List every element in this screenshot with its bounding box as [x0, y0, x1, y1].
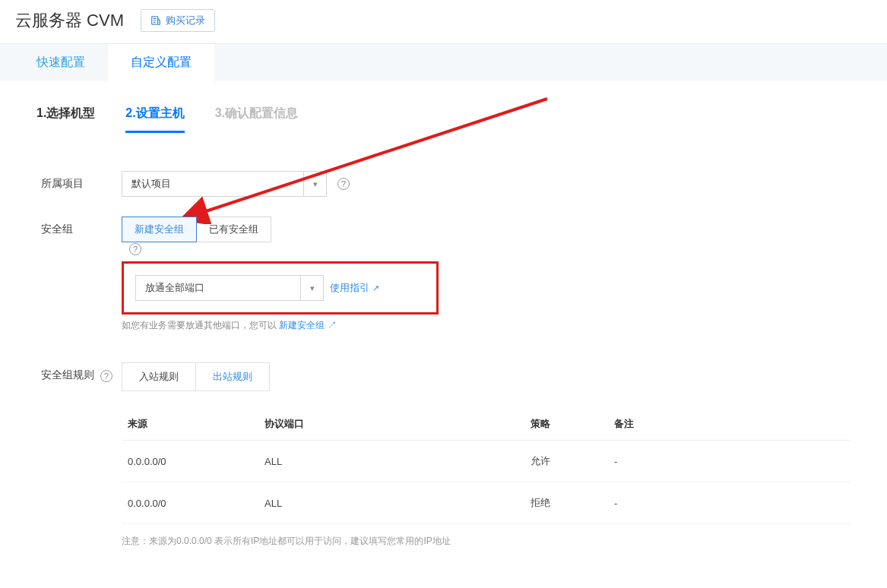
tab-custom-config[interactable]: 自定义配置 [108, 44, 214, 81]
usage-guide-link-label: 使用指引 [330, 282, 369, 293]
step-2[interactable]: 2.设置主机 [125, 106, 184, 133]
main-tabs: 快速配置 自定义配置 [0, 44, 887, 81]
rules-note: 注意：来源为0.0.0.0/0 表示所有IP地址都可以用于访问，建议填写您常用的… [122, 535, 851, 548]
page-title: 云服务器 CVM [15, 9, 124, 32]
label-security-rules: 安全组规则 ? [41, 362, 122, 382]
label-security-group: 安全组 [41, 217, 122, 236]
chevron-down-icon: ▾ [300, 276, 323, 300]
port-rule-select-value: 放通全部端口 [136, 281, 300, 295]
usage-guide-link[interactable]: 使用指引 ↗ [330, 281, 379, 295]
col-protocol: 协议端口 [258, 408, 524, 441]
btn-existing-security-group[interactable]: 已有安全组 [196, 217, 271, 242]
port-rule-select[interactable]: 放通全部端口 ▾ [135, 275, 324, 301]
tab-inbound-rules[interactable]: 入站规则 [122, 363, 196, 390]
label-project: 所属项目 [41, 171, 122, 191]
rules-table: 来源 协议端口 策略 备注 0.0.0.0/0 ALL 允许 - [122, 408, 851, 524]
help-icon[interactable]: ? [337, 178, 350, 190]
project-select-value: 默认项目 [122, 177, 303, 191]
step-3: 3.确认配置信息 [215, 106, 298, 133]
btn-new-security-group[interactable]: 新建安全组 [122, 217, 197, 242]
tab-outbound-rules[interactable]: 出站规则 [196, 363, 269, 390]
rule-tabs: 入站规则 出站规则 [122, 362, 270, 391]
purchase-history-button[interactable]: 购买记录 [141, 9, 215, 32]
project-select[interactable]: 默认项目 ▾ [122, 171, 327, 197]
chevron-down-icon: ▾ [303, 172, 326, 196]
security-group-hint: 如您有业务需要放通其他端口，您可以 新建安全组 ↗ [122, 319, 851, 332]
help-icon[interactable]: ? [100, 370, 112, 382]
external-link-icon: ↗ [372, 283, 379, 292]
purchase-history-label: 购买记录 [166, 14, 205, 27]
table-row: 0.0.0.0/0 ALL 允许 - [122, 441, 851, 482]
highlight-box: 放通全部端口 ▾ 使用指引 ↗ [122, 261, 439, 315]
tab-quick-config[interactable]: 快速配置 [14, 44, 108, 81]
create-security-group-link[interactable]: 新建安全组 ↗ [279, 320, 336, 330]
table-row: 0.0.0.0/0 ALL 拒绝 - [122, 482, 851, 524]
help-icon[interactable]: ? [129, 243, 141, 255]
col-policy: 策略 [524, 408, 608, 441]
history-icon [150, 15, 161, 26]
col-remark: 备注 [608, 408, 851, 441]
step-tabs: 1.选择机型 2.设置主机 3.确认配置信息 [36, 106, 851, 133]
col-source: 来源 [122, 408, 258, 441]
step-1[interactable]: 1.选择机型 [36, 106, 95, 133]
